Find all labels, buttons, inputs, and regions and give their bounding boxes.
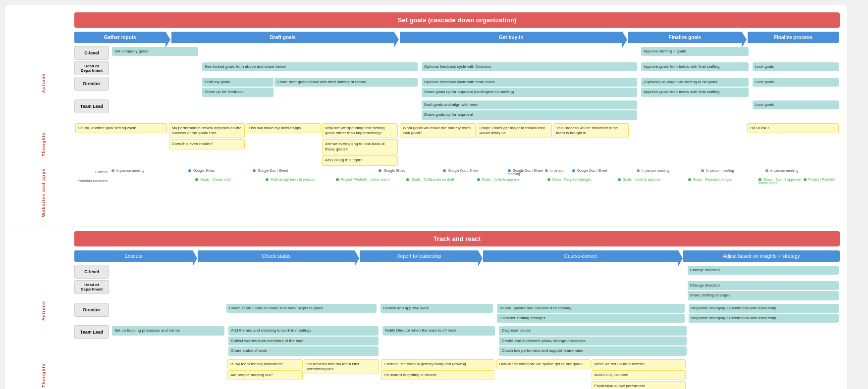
thought-2: My performance review depends on the suc…: [169, 123, 245, 139]
tl-b-action-5: Notify Director when the team is off tra…: [382, 326, 495, 335]
dir-b-action-1: Coach Team Leads to make sure work align…: [226, 304, 377, 313]
main-container: Set goals (cascade down organization) Ga…: [5, 5, 847, 389]
thought-8: What goals will make me and my team look…: [400, 123, 476, 139]
thought-5: Why are we spending time setting goals r…: [322, 123, 398, 139]
tl-action-2: Share goals up for approval: [422, 110, 637, 119]
dir-b-action-6: Negotiate changing expectations with lea…: [689, 314, 839, 323]
potential-label-top: Potential locations: [77, 179, 108, 183]
thought-b-8: ANXIOUS, Isolated: [592, 370, 686, 380]
phase-finalize-goals: Finalize goals: [628, 32, 741, 43]
current-label-top: Current: [95, 170, 108, 174]
tl-b-action-3: Collect worries from members of the team: [228, 337, 379, 345]
dir-action-5: Share goals up for approval (contingent …: [422, 88, 637, 97]
head-b-action-1: Change direction: [688, 281, 839, 290]
dir-b-action-4: Consider staffing changes: [497, 314, 685, 323]
thought-9: I hope I don't get major feedback that w…: [477, 123, 552, 139]
phase-finalize-process: Finalize process: [748, 32, 839, 43]
set-goals-title: Set goals (cascade down organization): [74, 12, 840, 28]
role-director-bottom: Director: [74, 303, 109, 317]
thought-b-6: How in the world are we gonna get to our…: [496, 359, 591, 369]
thoughts-label-top: Thoughts: [41, 132, 46, 156]
thought-b-7: Were we set up for success?: [592, 359, 686, 369]
clevel-action-2: Approve staffing + goals: [641, 47, 749, 56]
role-clevel-bottom: C-level: [74, 265, 109, 279]
phase-get-buyin: Get buy-in: [400, 32, 622, 43]
thought-b-5: I'm scared of getting in trouble: [381, 370, 494, 380]
phase-report-leadership: Report to leadership: [360, 250, 478, 262]
head-action-4: Lock goals: [753, 62, 839, 71]
thought-b-2: Are people burning out?: [227, 370, 303, 380]
tl-b-action-1: Set up tracking processes and norms: [112, 326, 224, 335]
phase-adjust: Adjust based on insights + strategy: [683, 250, 840, 262]
dir-action-8: Lock goals: [753, 78, 839, 87]
dir-b-action-3: Report upward and escalate if necessary: [497, 304, 685, 313]
tl-b-action-8: Coach low performers and support teammat…: [499, 346, 687, 355]
head-b-action-2: Share staffing changes: [688, 291, 839, 300]
thought-11: I'M DONE!: [747, 123, 839, 133]
clevel-b-action-1: Change direction: [688, 266, 839, 275]
track-react-title: Track and react: [74, 231, 840, 246]
thought-4: This will make my boss happy: [246, 123, 322, 133]
tl-b-action-7: Create and implement plans, change proce…: [499, 337, 687, 345]
thought-b-1: Is my team feeling motivated?: [227, 359, 303, 369]
role-head-top: Head ofDepartment: [74, 61, 109, 75]
tl-action-1: Draft goals and align with team: [422, 100, 637, 109]
actions-label-bottom: Actions: [41, 301, 46, 321]
phase-draft-goals: Draft goals: [171, 32, 394, 43]
role-teamlead-top: Team Lead: [74, 99, 109, 113]
track-react-section: Track and react Execute Check status Rep…: [12, 231, 840, 389]
role-director-top: Director: [74, 77, 109, 91]
tl-action-3: Lock goals: [753, 100, 839, 109]
thought-1: Oh no, another goal setting cycle: [75, 123, 167, 133]
thoughts-label-bottom: Thoughts: [41, 363, 46, 388]
head-action-3: Approve goals from below with final staf…: [641, 62, 749, 71]
thought-3: Does this even matter?: [169, 139, 245, 149]
phase-course-correct: Course-correct: [483, 250, 678, 262]
tl-b-action-4: Share status of work: [228, 346, 379, 355]
phase-execute: Execute: [74, 250, 193, 262]
thought-b-3: I'm nervous that my team isn't performin…: [304, 359, 379, 375]
thought-b-4: Excited! The team is getting along and g…: [381, 359, 494, 369]
dir-action-7: Approve goals from below with final staf…: [641, 88, 749, 97]
thought-7: Am I doing this right?: [322, 155, 398, 165]
thought-b-9: Frustration at low performers: [592, 381, 686, 389]
dir-b-action-5: Negotiate changing expectations with lea…: [689, 304, 839, 313]
actions-label-top: Actions: [41, 73, 46, 93]
role-head-bottom: Head ofDepartment: [74, 280, 109, 294]
dir-action-3: Share draft goals below with draft staff…: [274, 78, 418, 87]
dir-action-1: Draft my goals: [202, 78, 273, 87]
tl-b-action-2: Add themes and meaning to work in meetin…: [228, 326, 379, 335]
dir-action-6: (Optional) re-negotiate staffing to hit …: [641, 78, 749, 87]
role-clevel-top: C-level: [74, 46, 109, 60]
thought-10: This process will be smoother if the tea…: [553, 123, 629, 139]
role-teamlead-bottom: Team Lead: [74, 325, 109, 339]
thought-6: Are we even going to look back at these …: [322, 139, 398, 154]
set-goals-section: Set goals (cascade down organization) Ga…: [12, 12, 840, 217]
dir-action-2: Share up for feedback: [202, 88, 273, 97]
tl-b-action-6: Diagnose issues: [499, 326, 687, 335]
dir-action-4: Optional feedback cycle with team leads: [422, 78, 637, 87]
phase-gather-inputs: Gather inputs: [74, 32, 165, 43]
phase-check-status: Check status: [198, 250, 354, 262]
clevel-action-1: Set company goals: [112, 47, 198, 56]
dir-b-action-2: Review and approve work: [380, 304, 493, 313]
head-action-1: See locked goals from above and share be…: [202, 62, 418, 71]
websites-label-top: Websites and apps: [41, 168, 46, 217]
head-action-2: Optional feedback cycle with Directors: [422, 62, 637, 71]
